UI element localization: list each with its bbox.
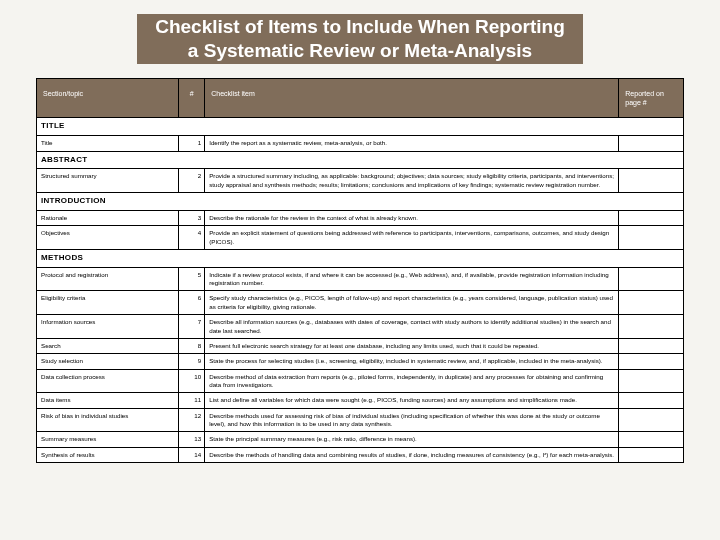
cell-item: Describe the rationale for the review in… <box>205 210 619 225</box>
cell-reported <box>619 408 684 432</box>
cell-reported <box>619 169 684 193</box>
checklist-table: Section/topic # Checklist item Reported … <box>36 78 684 464</box>
header-item: Checklist item <box>205 78 619 118</box>
table-row: Risk of bias in individual studies12Desc… <box>37 408 684 432</box>
cell-reported <box>619 393 684 408</box>
cell-topic: Search <box>37 338 179 353</box>
section-header-row: METHODS <box>37 249 684 267</box>
table-row: Eligibility criteria6Specify study chara… <box>37 291 684 315</box>
cell-num: 11 <box>179 393 205 408</box>
page-title: Checklist of Items to Include When Repor… <box>36 14 684 64</box>
cell-item: State the process for selecting studies … <box>205 354 619 369</box>
cell-num: 5 <box>179 267 205 291</box>
table-row: Data items11List and define all variable… <box>37 393 684 408</box>
cell-reported <box>619 447 684 462</box>
cell-reported <box>619 136 684 151</box>
table-row: Protocol and registration5Indicate if a … <box>37 267 684 291</box>
cell-topic: Title <box>37 136 179 151</box>
cell-num: 13 <box>179 432 205 447</box>
cell-num: 3 <box>179 210 205 225</box>
cell-topic: Protocol and registration <box>37 267 179 291</box>
cell-item: Specify study characteristics (e.g., PIC… <box>205 291 619 315</box>
cell-topic: Risk of bias in individual studies <box>37 408 179 432</box>
cell-reported <box>619 369 684 393</box>
cell-topic: Rationale <box>37 210 179 225</box>
header-num: # <box>179 78 205 118</box>
cell-item: Provide a structured summary including, … <box>205 169 619 193</box>
cell-topic: Data items <box>37 393 179 408</box>
cell-item: Identify the report as a systematic revi… <box>205 136 619 151</box>
cell-num: 6 <box>179 291 205 315</box>
cell-topic: Eligibility criteria <box>37 291 179 315</box>
cell-num: 12 <box>179 408 205 432</box>
cell-item: Describe all information sources (e.g., … <box>205 315 619 339</box>
cell-topic: Study selection <box>37 354 179 369</box>
cell-item: List and define all variables for which … <box>205 393 619 408</box>
header-section: Section/topic <box>37 78 179 118</box>
section-header-row: TITLE <box>37 118 684 136</box>
cell-topic: Objectives <box>37 226 179 250</box>
cell-topic: Data collection process <box>37 369 179 393</box>
table-row: Objectives4Provide an explicit statement… <box>37 226 684 250</box>
cell-num: 9 <box>179 354 205 369</box>
cell-item: Describe methods used for assessing risk… <box>205 408 619 432</box>
cell-item: Describe method of data extraction from … <box>205 369 619 393</box>
cell-item: Provide an explicit statement of questio… <box>205 226 619 250</box>
cell-num: 1 <box>179 136 205 151</box>
section-name: ABSTRACT <box>37 151 684 169</box>
table-row: Data collection process10Describe method… <box>37 369 684 393</box>
cell-reported <box>619 338 684 353</box>
cell-topic: Synthesis of results <box>37 447 179 462</box>
table-row: Title1Identify the report as a systemati… <box>37 136 684 151</box>
section-name: INTRODUCTION <box>37 193 684 211</box>
cell-reported <box>619 315 684 339</box>
section-name: TITLE <box>37 118 684 136</box>
table-row: Search8Present full electronic search st… <box>37 338 684 353</box>
cell-num: 2 <box>179 169 205 193</box>
cell-topic: Information sources <box>37 315 179 339</box>
table-row: Information sources7Describe all informa… <box>37 315 684 339</box>
table-row: Study selection9State the process for se… <box>37 354 684 369</box>
cell-reported <box>619 226 684 250</box>
cell-reported <box>619 267 684 291</box>
table-row: Structured summary2Provide a structured … <box>37 169 684 193</box>
section-header-row: ABSTRACT <box>37 151 684 169</box>
cell-num: 10 <box>179 369 205 393</box>
cell-item: State the principal summary measures (e.… <box>205 432 619 447</box>
cell-num: 14 <box>179 447 205 462</box>
cell-num: 7 <box>179 315 205 339</box>
cell-topic: Structured summary <box>37 169 179 193</box>
table-row: Rationale3Describe the rationale for the… <box>37 210 684 225</box>
cell-reported <box>619 354 684 369</box>
cell-reported <box>619 432 684 447</box>
cell-item: Describe the methods of handling data an… <box>205 447 619 462</box>
section-header-row: INTRODUCTION <box>37 193 684 211</box>
title-line-1: Checklist of Items to Include When Repor… <box>155 16 565 37</box>
cell-item: Present full electronic search strategy … <box>205 338 619 353</box>
cell-item: Indicate if a review protocol exists, if… <box>205 267 619 291</box>
section-name: METHODS <box>37 249 684 267</box>
cell-num: 4 <box>179 226 205 250</box>
header-reported: Reported on page # <box>619 78 684 118</box>
table-row: Synthesis of results14Describe the metho… <box>37 447 684 462</box>
table-row: Summary measures13State the principal su… <box>37 432 684 447</box>
title-line-2: a Systematic Review or Meta-Analysis <box>188 40 532 61</box>
cell-reported <box>619 291 684 315</box>
cell-reported <box>619 210 684 225</box>
cell-topic: Summary measures <box>37 432 179 447</box>
cell-num: 8 <box>179 338 205 353</box>
